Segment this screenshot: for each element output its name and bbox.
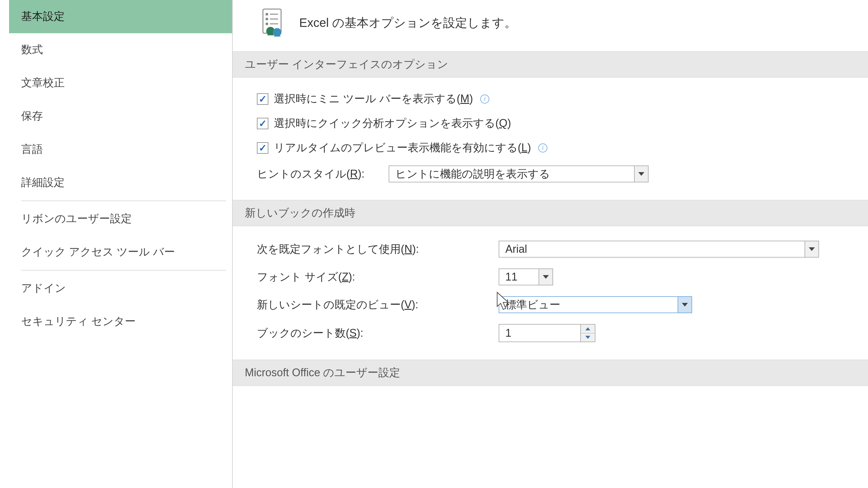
dropdown-font-size[interactable]: 11 [499,268,553,285]
sidebar-item-label: クイック アクセス ツール バー [21,246,175,258]
section-ui-options: ユーザー インターフェイスのオプション 選択時にミニ ツール バーを表示する(M… [233,51,868,197]
spinner-down-button[interactable] [581,333,595,342]
sidebar-divider [21,200,226,201]
sidebar-item-label: 言語 [21,143,43,155]
section-body: 選択時にミニ ツール バーを表示する(M) i 選択時にクイック分析オプションを… [233,77,868,197]
option-label: 選択時にミニ ツール バーを表示する(M) [274,92,473,106]
main-panel: Excel の基本オプションを設定します。 ユーザー インターフェイスのオプショ… [233,0,868,488]
sidebar: 基本設定 数式 文章校正 保存 言語 詳細設定 リボンのユーザー設定 クイック … [9,0,233,488]
section-header: ユーザー インターフェイスのオプション [233,51,868,77]
field-hint-style: ヒントのスタイル(R): ヒントに機能の説明を表示する [257,160,850,188]
svg-rect-1 [266,13,268,15]
sidebar-item-label: 数式 [21,43,43,56]
option-label: 選択時にクイック分析オプションを表示する(Q) [274,116,511,131]
sidebar-item-proofing[interactable]: 文章校正 [9,66,232,100]
sidebar-item-addins[interactable]: アドイン [9,272,232,305]
section-header: Microsoft Office のユーザー設定 [233,360,868,386]
dropdown-default-view[interactable]: 標準ビュー [499,296,692,313]
field-label: ブックのシート数(S): [257,326,487,340]
dropdown-button[interactable] [634,166,648,182]
field-label: 次を既定フォントとして使用(N): [257,242,487,257]
chevron-down-icon [809,247,815,251]
checkbox-quick-analysis[interactable] [257,118,268,129]
options-dialog: 基本設定 数式 文章校正 保存 言語 詳細設定 リボンのユーザー設定 クイック … [0,0,868,488]
sidebar-item-formulas[interactable]: 数式 [9,33,232,66]
sidebar-item-trust[interactable]: セキュリティ センター [9,305,232,338]
dropdown-value: ヒントに機能の説明を表示する [389,167,634,182]
dropdown-button[interactable] [805,241,818,257]
info-icon[interactable]: i [538,143,547,153]
dropdown-font[interactable]: Arial [499,241,819,258]
sidebar-item-label: アドイン [21,282,66,294]
option-live-preview: リアルタイムのプレビュー表示機能を有効にする(L) i [257,136,850,160]
panel-header: Excel の基本オプションを設定します。 [233,0,868,51]
dropdown-hint-style[interactable]: ヒントに機能の説明を表示する [389,165,649,183]
field-default-font: 次を既定フォントとして使用(N): Arial [257,235,850,263]
dropdown-button[interactable] [538,269,553,285]
sidebar-item-save[interactable]: 保存 [9,100,232,133]
option-mini-toolbar: 選択時にミニ ツール バーを表示する(M) i [257,87,850,111]
option-label: リアルタイムのプレビュー表示機能を有効にする(L) [274,140,531,155]
chevron-down-icon [585,336,590,339]
dropdown-value: Arial [499,243,805,256]
field-font-size: フォント サイズ(Z): 11 [257,263,850,291]
options-icon [257,6,290,39]
dropdown-value: 11 [499,270,538,283]
field-label: フォント サイズ(Z): [257,270,487,285]
option-quick-analysis: 選択時にクイック分析オプションを表示する(Q) [257,111,850,136]
spinner-sheet-count[interactable]: 1 [499,324,595,342]
checkbox-mini-toolbar[interactable] [257,93,268,105]
chevron-down-icon [682,303,688,306]
sidebar-item-language[interactable]: 言語 [9,133,232,166]
field-label: ヒントのスタイル(R): [257,167,365,182]
section-new-workbook: 新しいブックの作成時 次を既定フォントとして使用(N): Arial フォント … [233,200,868,357]
chevron-down-icon [543,275,549,279]
field-default-view: 新しいシートの既定のビュー(V): 標準ビュー [257,291,850,319]
spinner-buttons [580,325,595,341]
section-body: 次を既定フォントとして使用(N): Arial フォント サイズ(Z): 11 … [233,226,868,357]
sidebar-item-general[interactable]: 基本設定 [9,0,232,33]
sidebar-item-label: セキュリティ センター [21,315,136,327]
spinner-value[interactable]: 1 [499,325,580,341]
sidebar-item-label: 保存 [21,109,43,122]
section-header: 新しいブックの作成時 [233,200,868,226]
section-office-user: Microsoft Office のユーザー設定 [233,360,868,386]
info-icon[interactable]: i [480,95,489,104]
field-sheet-count: ブックのシート数(S): 1 [257,319,850,348]
svg-rect-5 [266,23,268,25]
svg-rect-3 [266,18,268,20]
sidebar-item-qat[interactable]: クイック アクセス ツール バー [9,235,232,269]
sidebar-divider [21,270,226,270]
sidebar-item-advanced[interactable]: 詳細設定 [9,166,232,199]
dropdown-value: 標準ビュー [499,297,678,312]
sidebar-item-label: 詳細設定 [21,176,65,189]
panel-title: Excel の基本オプションを設定します。 [299,14,517,31]
chevron-down-icon [638,172,644,176]
checkbox-live-preview[interactable] [257,142,268,154]
sidebar-item-label: リボンのユーザー設定 [21,212,132,225]
dropdown-button[interactable] [678,297,691,313]
sidebar-item-label: 文章校正 [21,76,65,89]
chevron-up-icon [585,327,590,330]
field-label: 新しいシートの既定のビュー(V): [257,297,487,312]
sidebar-item-label: 基本設定 [21,10,65,22]
spinner-up-button[interactable] [581,325,595,333]
sidebar-item-ribbon[interactable]: リボンのユーザー設定 [9,202,232,235]
